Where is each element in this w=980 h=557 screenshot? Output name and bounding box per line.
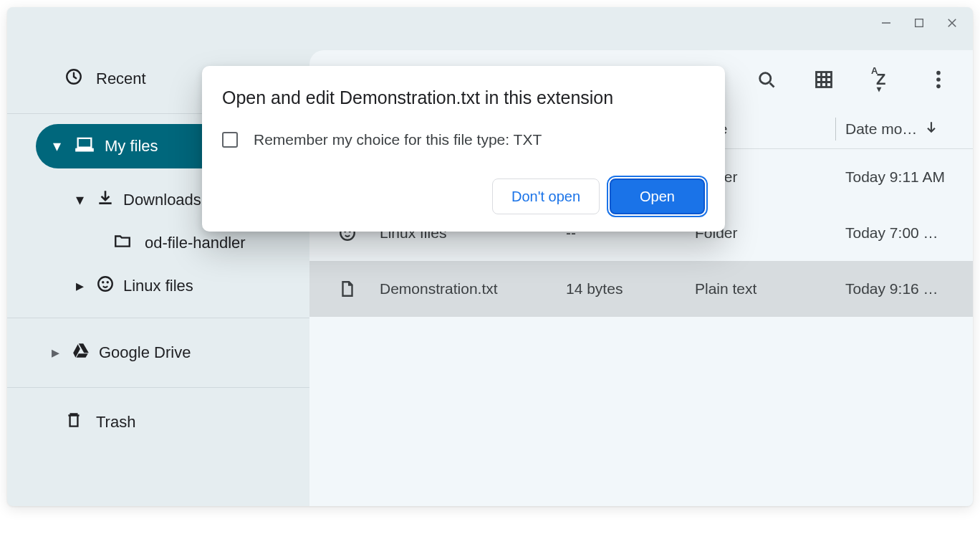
files-app-window: Recent ▾ My files ▾ Downloads	[7, 7, 973, 506]
chevron-right-icon: ▸	[72, 277, 87, 295]
column-header-date[interactable]: Date mo…	[845, 120, 959, 138]
google-drive-icon	[72, 341, 90, 364]
folder-icon	[113, 232, 132, 254]
svg-rect-0	[882, 22, 890, 24]
sidebar-divider	[7, 387, 309, 388]
dont-open-button[interactable]: Don't open	[492, 178, 600, 214]
dialog-actions: Don't open Open	[222, 178, 705, 214]
svg-point-11	[936, 85, 941, 89]
dialog-title: Open and edit Demonstration.txt in this …	[222, 87, 705, 108]
sidebar-item-linux-files[interactable]: ▸ Linux files	[7, 265, 309, 308]
cell-date: Today 9:16 …	[845, 280, 959, 297]
checkbox-icon	[222, 132, 238, 148]
more-options-button[interactable]	[927, 68, 950, 91]
chevron-down-icon: ▾	[72, 191, 87, 209]
sidebar-item-trash[interactable]: Trash	[7, 398, 309, 447]
sidebar-divider	[7, 318, 309, 318]
svg-rect-1	[916, 19, 923, 27]
svg-point-6	[107, 281, 109, 283]
download-icon	[96, 189, 115, 211]
window-close-button[interactable]	[936, 10, 969, 36]
trash-icon	[64, 411, 83, 434]
window-maximize-button[interactable]	[903, 10, 936, 36]
svg-rect-8	[817, 72, 832, 87]
svg-point-9	[936, 71, 941, 75]
chevron-right-icon: ▸	[47, 343, 63, 362]
sidebar-item-label: Downloads	[123, 191, 201, 209]
sidebar-item-label: My files	[105, 137, 158, 156]
sidebar-item-label: Linux files	[123, 277, 193, 295]
window-minimize-button[interactable]	[870, 10, 903, 36]
sidebar-item-label: Trash	[96, 413, 135, 432]
sidebar-item-label: od-file-handler	[145, 234, 246, 252]
sort-button[interactable]: A Z ▾	[870, 68, 893, 91]
laptop-icon	[75, 134, 95, 158]
sidebar-item-label: Google Drive	[99, 343, 191, 362]
cell-type: Plain text	[695, 280, 845, 297]
svg-point-7	[760, 73, 771, 84]
chevron-down-icon: ▾	[49, 137, 64, 156]
cell-date: Today 9:11 AM	[845, 168, 959, 186]
remember-choice-checkbox[interactable]: Remember my choice for this file type: T…	[222, 131, 705, 148]
table-row[interactable]: Demonstration.txt 14 bytes Plain text To…	[309, 261, 973, 317]
svg-point-4	[98, 277, 112, 291]
open-file-dialog: Open and edit Demonstration.txt in this …	[202, 66, 725, 232]
sidebar-item-label: Recent	[96, 70, 146, 88]
svg-rect-3	[76, 148, 92, 151]
checkbox-label: Remember my choice for this file type: T…	[254, 131, 542, 148]
sort-descending-icon	[924, 120, 938, 138]
sidebar-item-google-drive[interactable]: ▸ Google Drive	[7, 328, 309, 377]
open-button[interactable]: Open	[610, 178, 705, 214]
file-icon	[315, 280, 380, 298]
cell-name: Demonstration.txt	[380, 280, 566, 297]
cell-date: Today 7:00 …	[845, 224, 959, 242]
cell-size: 14 bytes	[566, 280, 695, 297]
clock-icon	[64, 67, 83, 90]
svg-point-5	[102, 281, 104, 283]
search-button[interactable]	[755, 68, 778, 91]
grid-view-button[interactable]	[812, 68, 835, 91]
window-titlebar	[7, 7, 973, 44]
svg-point-10	[936, 77, 941, 82]
linux-icon	[96, 275, 115, 297]
